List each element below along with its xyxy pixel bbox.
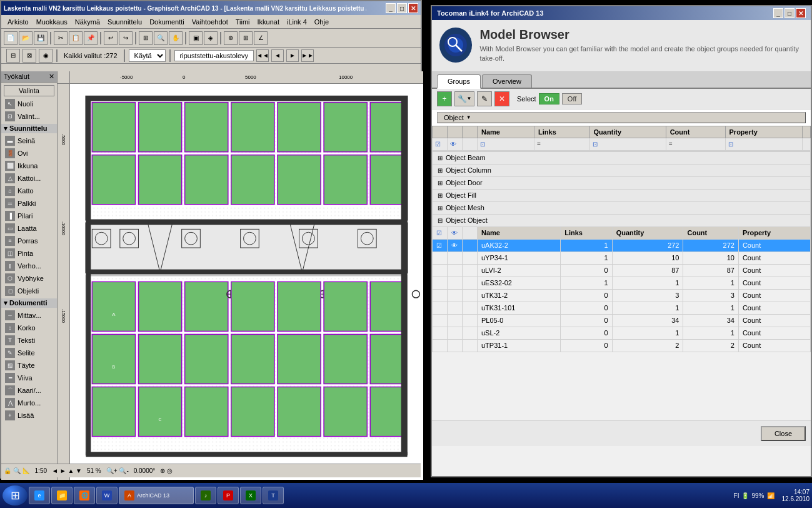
mb-delete-btn[interactable]: ✕: [494, 91, 509, 106]
toolbar-zoom[interactable]: 🔍: [154, 31, 168, 45]
row-check[interactable]: [433, 289, 448, 302]
nav-play-next[interactable]: ►: [286, 49, 299, 62]
maximize-button[interactable]: □: [397, 3, 407, 13]
toolbox-laatta[interactable]: ▭ Laatta: [3, 222, 56, 235]
toolbox-murto[interactable]: ⋀ Murto...: [3, 397, 56, 409]
table-row[interactable]: uSL-2 0 1 1 Count: [433, 327, 811, 339]
row-vis[interactable]: [448, 302, 463, 314]
door-expand-icon[interactable]: ⊞: [436, 180, 444, 186]
toolbox-tayte[interactable]: ▨ Täyte: [3, 359, 56, 372]
group-row-fill[interactable]: ⊞ Object Fill: [433, 189, 811, 201]
row-check[interactable]: [433, 264, 448, 277]
toolbox-verho[interactable]: ⫿ Verho...: [3, 260, 56, 272]
nav-controls[interactable]: ◄ ► ▲ ▼: [52, 467, 82, 474]
compass-icons[interactable]: ⊕ ◎: [160, 467, 173, 474]
column-expand-icon[interactable]: ⊞: [436, 167, 444, 174]
toolbar-paste[interactable]: 📌: [84, 31, 98, 45]
menu-vaihtoehdot[interactable]: Vaihtoehdot: [188, 17, 232, 27]
row-vis[interactable]: [448, 277, 463, 289]
toolbox-lisaa[interactable]: + Lisää: [3, 409, 56, 422]
object-button[interactable]: Object ▼: [437, 112, 806, 123]
toolbox-viiva[interactable]: ━ Viiva: [3, 372, 56, 384]
group-door-cell[interactable]: ⊞ Object Door: [433, 176, 811, 189]
taskbar-word[interactable]: W: [96, 487, 118, 504]
toolbox-vyohyke[interactable]: ⬡ Vyöhyke: [3, 272, 56, 285]
group-row-beam[interactable]: ⊞ Object Beam: [433, 151, 811, 164]
toolbar-save[interactable]: 💾: [34, 31, 48, 45]
menu-ikkunat[interactable]: Ikkunat: [254, 17, 283, 27]
table-row[interactable]: PL05-0 0 34 34 Count: [433, 314, 811, 327]
toolbar-copy[interactable]: 📋: [69, 31, 83, 45]
toolbar-3d[interactable]: ▣: [189, 31, 203, 45]
toolbox-korko[interactable]: ↕ Korko: [3, 322, 56, 334]
toolbox-pinta[interactable]: ◫ Pinta: [3, 247, 56, 260]
menu-arkisto[interactable]: Arkisto: [4, 17, 33, 27]
table-row[interactable]: ☑ 👁 uAK32-2 1 272 272 Count: [433, 239, 811, 251]
menu-tiimi[interactable]: Tiimi: [232, 17, 254, 27]
table-row[interactable]: uYP34-1 1 10 10 Count: [433, 251, 811, 264]
menu-nakyma[interactable]: Näkymä: [71, 17, 104, 27]
row-vis[interactable]: [448, 289, 463, 302]
row-vis[interactable]: [448, 339, 463, 352]
fill-expand-icon[interactable]: ⊞: [436, 192, 444, 199]
taskbar-web[interactable]: 🌐: [74, 487, 95, 504]
nav-prev[interactable]: ◄◄: [256, 49, 269, 62]
mb-select-on-btn[interactable]: On: [539, 93, 559, 104]
group-fill-cell[interactable]: ⊞ Object Fill: [433, 189, 811, 201]
mb-close-title-btn[interactable]: ✕: [796, 8, 806, 18]
close-button[interactable]: ✕: [408, 3, 418, 13]
mb-maximize-btn[interactable]: □: [784, 8, 794, 18]
canvas-area[interactable]: -5000 0 5000 10000 -5000 -10000 -15000: [58, 71, 423, 480]
toolbox-kattoi[interactable]: △ Kattoi...: [3, 172, 56, 185]
row-check[interactable]: [433, 302, 448, 314]
row-check[interactable]: [433, 251, 448, 264]
row-name-uyp34[interactable]: uYP34-1: [478, 251, 561, 264]
group-column-cell[interactable]: ⊞ Object Column: [433, 164, 811, 176]
row-vis[interactable]: [448, 251, 463, 264]
toolbox-objekti[interactable]: ◻ Objekti: [3, 285, 56, 297]
taskbar-excel[interactable]: X: [240, 487, 261, 504]
toolbar-open[interactable]: 📂: [19, 31, 33, 45]
row-name-uak32[interactable]: uAK32-2: [478, 239, 561, 251]
table-row[interactable]: uTP31-1 0 2 2 Count: [433, 339, 811, 352]
toolbox-selite[interactable]: ✎ Selite: [3, 347, 56, 359]
valinta-btn[interactable]: Valinta: [4, 85, 54, 96]
toolbox-porras[interactable]: ≡ Porras: [3, 235, 56, 247]
row-vis[interactable]: [448, 264, 463, 277]
toolbox-design-section[interactable]: ▾ Suunnittelu: [1, 124, 57, 133]
mb-select-off-btn[interactable]: Off: [562, 93, 582, 104]
toolbar-redo[interactable]: ↪: [119, 31, 133, 45]
menu-muokkaus[interactable]: Muokkaus: [33, 17, 71, 27]
nav-play-prev[interactable]: ◄: [271, 49, 284, 62]
toolbar-select[interactable]: ⊞: [139, 31, 153, 45]
row-name-utp311[interactable]: uTP31-1: [478, 339, 561, 352]
object-type-dropdown[interactable]: ripuststettu-akustolevy: [174, 50, 254, 61]
toolbox-seina[interactable]: ▬ Seinä: [3, 135, 56, 147]
group-row-mesh[interactable]: ⊞ Object Mesh: [433, 201, 811, 214]
mb-scroll-container[interactable]: ⊞ Object Beam ⊞ Object Column ⊞ Object D…: [432, 151, 811, 420]
row-check[interactable]: [433, 314, 448, 327]
menu-ohje[interactable]: Ohje: [311, 17, 333, 27]
nav-3d-view[interactable]: ◉: [39, 49, 53, 63]
mb-minimize-btn[interactable]: _: [773, 8, 783, 18]
table-row[interactable]: uTK31-2 0 3 3 Count: [433, 289, 811, 302]
taskbar-explorer[interactable]: 📁: [51, 487, 73, 504]
row-name-usl2[interactable]: uSL-2: [478, 327, 561, 339]
row-vis-uak32[interactable]: 👁: [448, 239, 463, 251]
row-name-pl050[interactable]: PL05-0: [478, 314, 561, 327]
toolbar-new[interactable]: 📄: [4, 31, 18, 45]
toolbar-snap[interactable]: ⊕: [224, 31, 238, 45]
group-row-door[interactable]: ⊞ Object Door: [433, 176, 811, 189]
table-row[interactable]: uLVI-2 0 87 87 Count: [433, 264, 811, 277]
start-button[interactable]: ⊞: [3, 485, 28, 505]
menu-suunnittelu[interactable]: Suunnittelu: [104, 17, 146, 27]
taskbar-archicad-task[interactable]: A ArchiCAD 13: [119, 487, 194, 504]
row-vis[interactable]: [448, 327, 463, 339]
nav-next[interactable]: ►►: [301, 49, 314, 62]
row-check-uak32[interactable]: ☑: [433, 239, 448, 251]
toolbox-kaari[interactable]: ⌒ Kaari/...: [3, 384, 56, 397]
taskbar-tocoman[interactable]: T: [263, 487, 284, 504]
toolbox-teksti[interactable]: T Teksti: [3, 334, 56, 347]
row-check[interactable]: [433, 339, 448, 352]
toolbox-mittav[interactable]: ↔ Mittav...: [3, 309, 56, 322]
